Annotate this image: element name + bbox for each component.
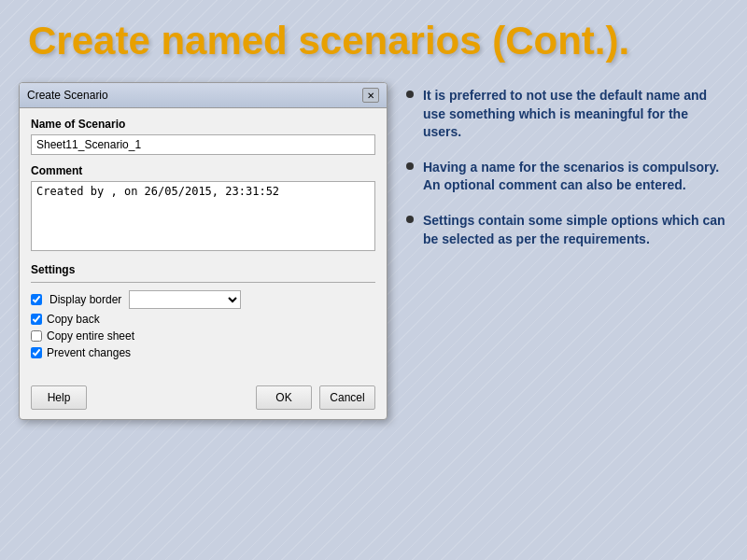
prevent-changes-label: Prevent changes	[47, 346, 131, 359]
comment-textarea[interactable]: Created by , on 26/05/2015, 23:31:52	[31, 181, 375, 251]
bullet-text-2: Having a name for the scenarios is compu…	[423, 159, 728, 195]
copy-entire-sheet-checkbox[interactable]	[31, 330, 42, 342]
bullet-dot-2	[406, 162, 414, 170]
cancel-button[interactable]: Cancel	[319, 385, 375, 410]
bullet-text-1: It is preferred to not use the default n…	[423, 87, 728, 142]
display-border-dropdown[interactable]	[129, 290, 241, 309]
settings-label: Settings	[31, 263, 375, 276]
settings-section: Settings Display border Copy back	[31, 263, 375, 359]
bullet-item-1: It is preferred to not use the default n…	[406, 87, 728, 142]
display-border-row: Display border	[31, 290, 375, 309]
dialog-close-button[interactable]: ✕	[362, 88, 379, 103]
copy-entire-sheet-row: Copy entire sheet	[31, 329, 375, 343]
content-area: Create Scenario ✕ Name of Scenario Comme…	[0, 73, 747, 429]
name-of-scenario-label: Name of Scenario	[31, 118, 375, 131]
create-scenario-dialog: Create Scenario ✕ Name of Scenario Comme…	[19, 82, 388, 420]
dialog-title-text: Create Scenario	[27, 89, 108, 102]
bullet-item-3: Settings contain some simple options whi…	[406, 212, 728, 248]
copy-back-row: Copy back	[31, 313, 375, 326]
ok-button[interactable]: OK	[256, 385, 312, 410]
bullet-dot-1	[406, 91, 414, 98]
display-border-checkbox[interactable]	[31, 294, 42, 305]
bullet-list: It is preferred to not use the default n…	[406, 82, 728, 265]
copy-back-label: Copy back	[47, 313, 100, 326]
copy-back-checkbox[interactable]	[31, 314, 42, 325]
dialog-titlebar: Create Scenario ✕	[20, 83, 387, 108]
slide-title: Create named scenarios (Cont.).	[0, 0, 747, 73]
help-button[interactable]: Help	[31, 385, 87, 410]
copy-entire-sheet-label: Copy entire sheet	[47, 329, 134, 343]
display-border-label: Display border	[49, 293, 121, 306]
bullet-item-2: Having a name for the scenarios is compu…	[406, 159, 728, 195]
dialog-footer: Help OK Cancel	[20, 378, 387, 419]
prevent-changes-checkbox[interactable]	[31, 347, 42, 358]
comment-label: Comment	[31, 164, 375, 177]
settings-divider	[31, 282, 375, 283]
bullet-text-3: Settings contain some simple options whi…	[423, 212, 728, 248]
bullet-dot-3	[406, 216, 414, 223]
prevent-changes-row: Prevent changes	[31, 346, 375, 359]
scenario-name-input[interactable]	[31, 134, 375, 155]
dialog-body: Name of Scenario Comment Created by , on…	[20, 108, 387, 378]
